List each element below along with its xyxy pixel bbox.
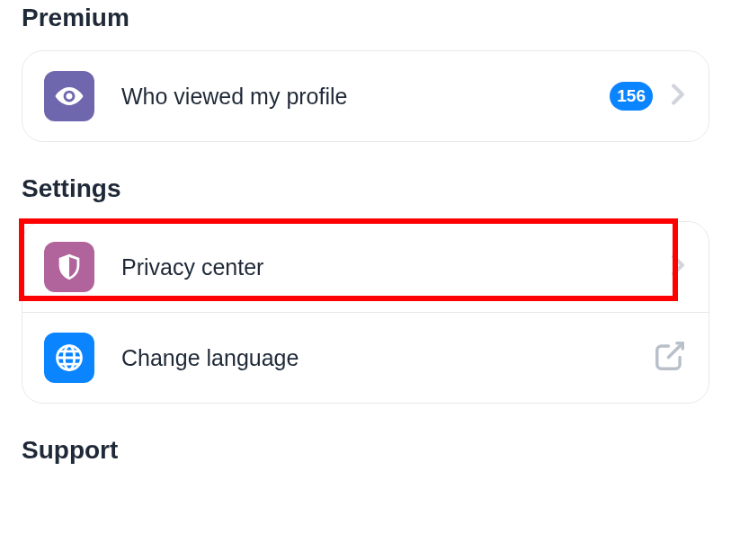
- row-label: Change language: [121, 345, 653, 371]
- shield-icon: [44, 242, 94, 292]
- privacy-center-row[interactable]: Privacy center: [22, 222, 709, 312]
- chevron-right-icon: [669, 254, 687, 280]
- svg-line-5: [668, 343, 682, 358]
- section-title-premium: Premium: [22, 0, 709, 32]
- external-link-icon: [653, 339, 687, 377]
- section-title-settings: Settings: [22, 174, 709, 203]
- section-title-support: Support: [22, 436, 709, 465]
- who-viewed-my-profile-row[interactable]: Who viewed my profile 156: [22, 51, 709, 141]
- change-language-row[interactable]: Change language: [22, 312, 709, 403]
- eye-icon: [44, 71, 94, 121]
- row-label: Who viewed my profile: [121, 84, 610, 110]
- globe-icon: [44, 333, 94, 383]
- row-label: Privacy center: [121, 254, 669, 280]
- premium-card: Who viewed my profile 156: [22, 50, 709, 142]
- chevron-right-icon: [669, 84, 687, 109]
- settings-card: Privacy center Change language: [22, 221, 709, 404]
- views-badge: 156: [610, 82, 653, 111]
